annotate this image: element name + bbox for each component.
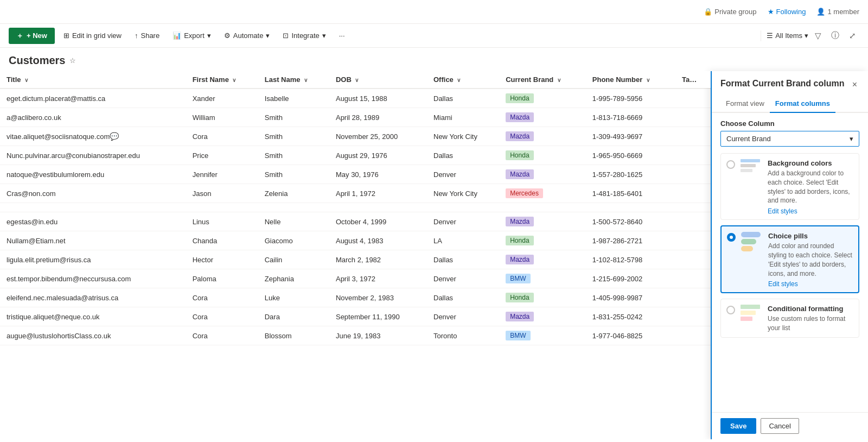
brand-badge: Mazda: [506, 255, 534, 264]
cell-last: Isabelle: [258, 89, 329, 108]
preview-cond-3: [741, 317, 752, 321]
expand-button[interactable]: ⤢: [846, 29, 859, 43]
cell-title: [0, 203, 186, 212]
cell-dob: November 2, 1983: [329, 288, 427, 307]
col-office[interactable]: Office ∨: [427, 71, 499, 89]
bg-color-edit-styles[interactable]: Edit styles: [768, 207, 853, 215]
members-label: 1 member: [827, 8, 859, 16]
column-dropdown[interactable]: Current Brand ▾: [720, 131, 859, 147]
cell-last: Smith: [258, 127, 329, 146]
tab-format-view[interactable]: Format view: [720, 95, 770, 113]
cell-phone: 1-977-046-8825: [586, 326, 675, 345]
cond-title: Conditional formatting: [768, 305, 853, 313]
cell-phone: 1-500-572-8640: [586, 212, 675, 231]
integrate-button[interactable]: ⊡ Integrate ▾: [278, 29, 330, 42]
cell-first: Cora: [186, 326, 258, 345]
table-row: eleifend.nec.malesuada@atrisus.ca Cora L…: [0, 288, 711, 307]
col-firstname[interactable]: First Name ∨: [186, 71, 258, 89]
chevron-down-icon-2: ▾: [266, 31, 270, 40]
preview-bar-2: [741, 164, 756, 167]
cell-first: [186, 203, 258, 212]
brand-badge: Honda: [506, 150, 533, 160]
cell-office: Toronto: [427, 326, 499, 345]
col-lastname[interactable]: Last Name ∨: [258, 71, 329, 89]
cell-first: Jennifer: [186, 165, 258, 184]
cell-first: Hector: [186, 250, 258, 269]
table-row: est.tempor.bibendum@neccursusa.com Palom…: [0, 269, 711, 288]
cell-last: Dara: [258, 307, 329, 326]
cond-text: Conditional formatting Use custom rules …: [768, 305, 853, 333]
cell-phone: 1-557-280-1625: [586, 165, 675, 184]
col-dob[interactable]: DOB ∨: [329, 71, 427, 89]
cell-office: Dallas: [427, 250, 499, 269]
hamburger-icon: ☰: [767, 31, 773, 40]
filter-button[interactable]: ▽: [812, 29, 825, 43]
brand-badge: Honda: [506, 293, 533, 302]
edit-grid-button[interactable]: ⊞ Edit in grid view: [59, 29, 126, 42]
cell-extra: [675, 231, 711, 250]
separator: [761, 30, 761, 41]
all-items-button[interactable]: ☰ All Items ▾: [767, 31, 808, 40]
format-option-conditional[interactable]: Conditional formatting Use custom rules …: [720, 299, 859, 338]
preview-cond-2: [741, 311, 756, 315]
export-button[interactable]: 📊 Export ▾: [168, 29, 215, 42]
cell-extra: [675, 165, 711, 184]
format-option-background[interactable]: Background colors Add a background color…: [720, 153, 859, 220]
cond-radio[interactable]: [726, 306, 735, 314]
format-option-pills[interactable]: Choice pills Add color and rounded styli…: [720, 225, 859, 293]
col-phone[interactable]: Phone Number ∨: [586, 71, 675, 89]
following-label: Following: [776, 8, 806, 16]
command-bar-right: ☰ All Items ▾ ▽ ⓘ ⤢: [758, 28, 859, 43]
table-row: augue@lustuslohortisClass.co.uk Cora Blo…: [0, 326, 711, 345]
cond-preview: [741, 305, 762, 321]
cell-phone: 1-215-699-2002: [586, 269, 675, 288]
brand-badge: BMW: [506, 274, 530, 283]
preview-bar-3: [741, 169, 752, 172]
more-button[interactable]: ···: [335, 29, 349, 42]
cell-dob: April 3, 1972: [329, 269, 427, 288]
cell-extra: [675, 269, 711, 288]
automate-button[interactable]: ⚙ Automate ▾: [220, 29, 275, 42]
panel-close-button[interactable]: ×: [850, 79, 859, 91]
cell-phone: 1-481-185-6401: [586, 184, 675, 203]
table-row: Nullam@Etiam.net Chanda Giacomo August 4…: [0, 231, 711, 250]
choose-column-label: Choose Column: [720, 119, 859, 128]
table-row: a@aclibero.co.uk William Smith April 28,…: [0, 108, 711, 127]
cell-phone: 1-831-255-0242: [586, 307, 675, 326]
pills-radio[interactable]: [727, 233, 736, 242]
cell-first: William: [186, 108, 258, 127]
cell-extra: [675, 288, 711, 307]
expand-icon: ⤢: [849, 31, 856, 40]
cell-office: Denver: [427, 212, 499, 231]
cell-title: natoque@vestibulumlorem.edu: [0, 165, 186, 184]
following-button[interactable]: ★ Following: [768, 8, 806, 16]
share-button[interactable]: ↑ Share: [130, 29, 164, 42]
edit-grid-label: Edit in grid view: [72, 31, 122, 40]
cancel-button[interactable]: Cancel: [761, 418, 799, 434]
favorite-icon[interactable]: ☆: [69, 56, 76, 65]
table-row: egestas@in.edu Linus Nelle October 4, 19…: [0, 212, 711, 231]
cell-dob: August 4, 1983: [329, 231, 427, 250]
tab-format-columns[interactable]: Format columns: [770, 95, 835, 113]
chat-icon: 💬: [110, 132, 119, 141]
cell-title: Nullam@Etiam.net: [0, 231, 186, 250]
cell-last: Zephania: [258, 269, 329, 288]
info-button[interactable]: ⓘ: [828, 28, 843, 43]
cell-phone: 1-995-789-5956: [586, 89, 675, 108]
cell-last: Zelenia: [258, 184, 329, 203]
col-brand[interactable]: Current Brand ∨: [499, 71, 586, 89]
cell-dob: August 29, 1976: [329, 146, 427, 165]
integrate-label: Integrate: [291, 31, 319, 40]
save-button[interactable]: Save: [720, 418, 756, 434]
page-title-bar: Customers ☆: [0, 48, 868, 71]
col-title[interactable]: Title ∨: [0, 71, 186, 89]
cell-dob: September 11, 1990: [329, 307, 427, 326]
pills-preview: [741, 232, 763, 251]
export-icon: 📊: [173, 31, 181, 40]
bg-color-radio[interactable]: [726, 160, 735, 169]
new-button[interactable]: ＋ + New: [9, 28, 55, 44]
pills-edit-styles[interactable]: Edit styles: [768, 280, 853, 288]
cell-dob: November 25, 2000: [329, 127, 427, 146]
cell-brand: Mercedes: [499, 184, 586, 203]
cell-title: Nunc.pulvinar.arcu@conubianostraper.edu: [0, 146, 186, 165]
